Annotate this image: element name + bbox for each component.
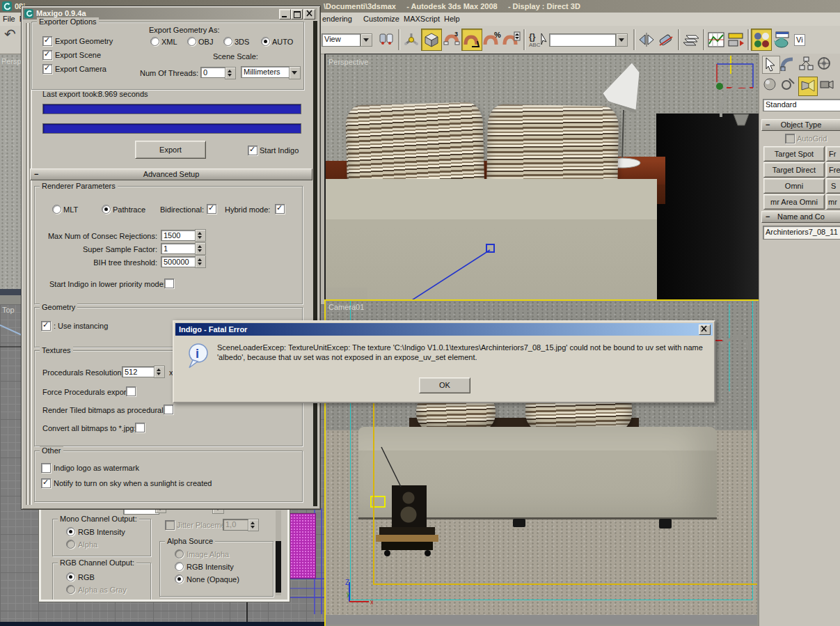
mirror-icon[interactable] [637, 29, 656, 50]
hybrid-checkbox[interactable] [275, 204, 285, 214]
mlt-radio[interactable] [52, 205, 61, 214]
layers-icon[interactable] [681, 29, 701, 50]
jitter-spinner[interactable] [248, 519, 259, 531]
geom-xml-radio[interactable] [150, 37, 159, 46]
button-free-spot[interactable]: Fr [826, 146, 840, 162]
export-camera-checkbox[interactable] [42, 64, 52, 74]
alpha-none-radio[interactable] [175, 574, 184, 584]
tab-motion[interactable] [816, 56, 833, 72]
rejections-spinner[interactable] [195, 229, 206, 242]
supersample-spinner[interactable] [195, 242, 206, 255]
scene-scale-arrow[interactable] [289, 66, 301, 79]
button-target-spot[interactable]: Target Spot [763, 146, 825, 162]
persp-selected-lamp-gizmo[interactable] [706, 54, 757, 131]
button-skylight[interactable]: S [826, 178, 840, 194]
jitter-field[interactable]: 1,0 [223, 519, 251, 531]
error-dialog[interactable]: Indigo - Fatal Error i SceneLoaderExcep:… [173, 320, 715, 403]
mono-rgb-radio[interactable] [66, 527, 75, 536]
material-class-dropdown[interactable]: Standard [763, 99, 840, 111]
advanced-setup-rollout[interactable]: Advanced Setup [30, 169, 312, 180]
error-title-bar[interactable]: Indigo - Fatal Error [175, 323, 713, 336]
render-setup-icon[interactable] [772, 29, 791, 50]
notify-checkbox[interactable] [41, 478, 51, 488]
force-checkbox[interactable] [126, 386, 136, 396]
spinner-snap-icon[interactable] [502, 29, 521, 50]
tab-create[interactable] [762, 56, 780, 74]
output-scrollbar-thumb[interactable] [276, 541, 281, 593]
supersample-field[interactable]: 1 [161, 243, 197, 254]
jitter-checkbox[interactable] [165, 520, 175, 530]
tab-modify[interactable] [780, 56, 797, 72]
maxigo-scroll-strip[interactable] [313, 21, 317, 506]
angle-snap-icon[interactable] [461, 29, 482, 51]
category-lights-icon[interactable] [798, 77, 818, 96]
menu-item-customize[interactable]: Customize [363, 15, 399, 24]
bidirectional-checkbox[interactable] [207, 204, 216, 214]
align-icon[interactable] [656, 29, 676, 50]
viewport-perspective[interactable]: Perspective [324, 54, 759, 300]
render-type-fragment[interactable]: Vi [794, 34, 805, 46]
view-dropdown-arrow[interactable] [360, 33, 372, 47]
view-dropdown[interactable]: View [322, 33, 360, 47]
geom-obj-radio[interactable] [187, 37, 196, 46]
error-ok-button[interactable]: OK [419, 377, 470, 393]
material-editor-icon[interactable] [751, 29, 772, 51]
instancing-checkbox[interactable] [41, 321, 51, 331]
snap-cube-icon[interactable] [421, 29, 442, 51]
geom-3ds-radio[interactable] [223, 37, 232, 46]
export-scene-checkbox[interactable] [42, 50, 52, 60]
percent-snap-icon[interactable]: % [482, 29, 502, 50]
num-threads-spinner[interactable] [225, 67, 236, 79]
tab-hierarchy[interactable] [798, 56, 815, 72]
button-omni[interactable]: Omni [763, 178, 825, 194]
maxigo-dialog[interactable]: Maxigo 0.9.4a Exporter Options Export Ge… [21, 6, 321, 510]
button-free-direct[interactable]: Fre [826, 162, 840, 178]
tiled-checkbox[interactable] [164, 405, 173, 414]
pathtrace-radio[interactable] [102, 205, 111, 214]
num-threads-field[interactable]: 0 [200, 67, 227, 78]
maximize-button[interactable] [291, 9, 303, 19]
curve-editor-icon[interactable] [706, 29, 726, 50]
transform-gizmo-icon[interactable] [402, 29, 421, 50]
rgb-alphagray-radio[interactable] [66, 585, 75, 594]
start-indigo-checkbox[interactable] [248, 146, 257, 155]
export-geometry-checkbox[interactable] [42, 36, 52, 46]
scene-scale-dropdown[interactable]: Millimeters [241, 66, 292, 78]
export-button[interactable]: Export [135, 141, 206, 159]
undo-icon[interactable]: ↶ [4, 30, 16, 39]
bih-spinner[interactable] [195, 256, 206, 268]
named-selection-arrow[interactable] [616, 33, 628, 47]
convert-checkbox[interactable] [135, 423, 145, 432]
category-geometry-icon[interactable] [762, 77, 779, 93]
pivot-center-icon[interactable] [377, 29, 396, 50]
named-selection-sets-icon[interactable]: {}ABC [527, 29, 549, 50]
object-type-rollout[interactable]: Object Type [761, 119, 840, 131]
button-target-direct[interactable]: Target Direct [763, 162, 825, 178]
button-mr-area-omni[interactable]: mr Area Omni [763, 194, 825, 210]
autogrid-checkbox[interactable] [785, 134, 795, 143]
object-name-field[interactable]: Archinteriors7_08_11 [763, 226, 840, 240]
close-button[interactable] [303, 9, 315, 19]
lowpri-checkbox[interactable] [164, 279, 174, 288]
menu-item-maxscript[interactable]: MAXScript [404, 15, 440, 24]
alpha-rgbint-radio[interactable] [175, 562, 184, 571]
minimize-button[interactable] [279, 9, 291, 19]
named-selection-dropdown[interactable] [549, 33, 616, 47]
menu-item-help[interactable]: Help [444, 15, 460, 24]
watermark-checkbox[interactable] [41, 463, 51, 473]
bitmap-output-dialog[interactable]: Mono Channel Output: RGB Intensity Alpha… [39, 504, 290, 602]
rejections-field[interactable]: 1500 [161, 230, 197, 241]
bih-field[interactable]: 500000 [161, 256, 197, 267]
geom-auto-radio[interactable] [261, 37, 270, 46]
rgb-rgb-radio[interactable] [66, 572, 75, 581]
mono-alpha-radio[interactable] [66, 540, 75, 549]
schematic-view-icon[interactable] [726, 29, 745, 50]
snap-3d-icon[interactable]: 3 [442, 29, 461, 50]
procres-field[interactable]: 512 [122, 366, 157, 377]
category-cameras-icon[interactable] [819, 77, 836, 93]
procres-spinner[interactable] [154, 366, 165, 378]
button-mr-area-spot[interactable]: mr A [826, 194, 840, 210]
category-shapes-icon[interactable] [780, 77, 797, 93]
name-color-rollout[interactable]: Name and Co [761, 211, 840, 223]
error-close-button[interactable] [699, 324, 711, 335]
